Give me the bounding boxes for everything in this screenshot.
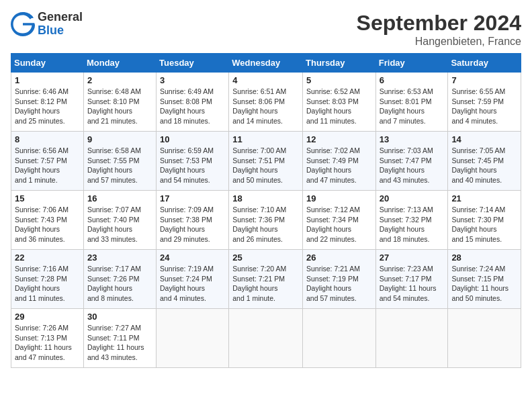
day-11: 11 Sunrise: 7:00 AMSunset: 7:51 PMDaylig… [229,132,303,191]
col-tuesday: Tuesday [157,54,229,73]
page-header: General Blue September 2024 Hangenbieten… [11,11,521,48]
day-2: 2 Sunrise: 6:48 AMSunset: 8:10 PMDayligh… [83,73,156,132]
day-1: 1 Sunrise: 6:46 AMSunset: 8:12 PMDayligh… [11,73,84,132]
table-row: 29 Sunrise: 7:26 AMSunset: 7:13 PMDaylig… [11,309,521,368]
table-row: 15 Sunrise: 7:06 AMSunset: 7:43 PMDaylig… [11,191,521,250]
day-24: 24 Sunrise: 7:19 AMSunset: 7:24 PMDaylig… [157,250,229,309]
calendar-subtitle: Hangenbieten, France [357,36,521,48]
day-10: 10 Sunrise: 6:59 AMSunset: 7:53 PMDaylig… [157,132,229,191]
day-22: 22 Sunrise: 7:16 AMSunset: 7:28 PMDaylig… [11,250,84,309]
logo-icon [11,12,35,36]
day-18: 18 Sunrise: 7:10 AMSunset: 7:36 PMDaylig… [229,191,303,250]
col-saturday: Saturday [448,54,521,73]
day-9: 9 Sunrise: 6:58 AMSunset: 7:55 PMDayligh… [83,132,156,191]
col-monday: Monday [83,54,156,73]
day-6: 6 Sunrise: 6:53 AMSunset: 8:01 PMDayligh… [375,73,448,132]
day-25: 25 Sunrise: 7:20 AMSunset: 7:21 PMDaylig… [229,250,303,309]
day-5: 5 Sunrise: 6:52 AMSunset: 8:03 PMDayligh… [303,73,376,132]
logo-blue: Blue [38,24,83,38]
day-4: 4 Sunrise: 6:51 AMSunset: 8:06 PMDayligh… [229,73,303,132]
day-29: 29 Sunrise: 7:26 AMSunset: 7:13 PMDaylig… [11,309,84,368]
empty-cell [157,309,229,368]
table-row: 1 Sunrise: 6:46 AMSunset: 8:12 PMDayligh… [11,73,521,132]
empty-cell [303,309,376,368]
calendar-title: September 2024 [357,11,521,36]
day-23: 23 Sunrise: 7:17 AMSunset: 7:26 PMDaylig… [83,250,156,309]
day-7: 7 Sunrise: 6:55 AMSunset: 7:59 PMDayligh… [448,73,521,132]
empty-cell [375,309,448,368]
empty-cell [448,309,521,368]
empty-cell [229,309,303,368]
day-27: 27 Sunrise: 7:23 AMSunset: 7:17 PMDaylig… [375,250,448,309]
table-row: 22 Sunrise: 7:16 AMSunset: 7:28 PMDaylig… [11,250,521,309]
col-friday: Friday [375,54,448,73]
day-28: 28 Sunrise: 7:24 AMSunset: 7:15 PMDaylig… [448,250,521,309]
logo-general: General [38,11,83,24]
day-26: 26 Sunrise: 7:21 AMSunset: 7:19 PMDaylig… [303,250,376,309]
day-12: 12 Sunrise: 7:02 AMSunset: 7:49 PMDaylig… [303,132,376,191]
day-19: 19 Sunrise: 7:12 AMSunset: 7:34 PMDaylig… [303,191,376,250]
calendar-table: Sunday Monday Tuesday Wednesday Thursday… [11,53,521,368]
day-21: 21 Sunrise: 7:14 AMSunset: 7:30 PMDaylig… [448,191,521,250]
logo-text: General Blue [38,11,83,38]
day-30: 30 Sunrise: 7:27 AMSunset: 7:11 PMDaylig… [83,309,156,368]
day-15: 15 Sunrise: 7:06 AMSunset: 7:43 PMDaylig… [11,191,84,250]
col-wednesday: Wednesday [229,54,303,73]
day-3: 3 Sunrise: 6:49 AMSunset: 8:08 PMDayligh… [157,73,229,132]
calendar-header-row: Sunday Monday Tuesday Wednesday Thursday… [11,54,521,73]
col-sunday: Sunday [11,54,84,73]
logo: General Blue [11,11,83,38]
table-row: 8 Sunrise: 6:56 AMSunset: 7:57 PMDayligh… [11,132,521,191]
day-20: 20 Sunrise: 7:13 AMSunset: 7:32 PMDaylig… [375,191,448,250]
day-13: 13 Sunrise: 7:03 AMSunset: 7:47 PMDaylig… [375,132,448,191]
day-8: 8 Sunrise: 6:56 AMSunset: 7:57 PMDayligh… [11,132,84,191]
day-16: 16 Sunrise: 7:07 AMSunset: 7:40 PMDaylig… [83,191,156,250]
day-14: 14 Sunrise: 7:05 AMSunset: 7:45 PMDaylig… [448,132,521,191]
title-block: September 2024 Hangenbieten, France [357,11,521,48]
day-17: 17 Sunrise: 7:09 AMSunset: 7:38 PMDaylig… [157,191,229,250]
col-thursday: Thursday [303,54,376,73]
